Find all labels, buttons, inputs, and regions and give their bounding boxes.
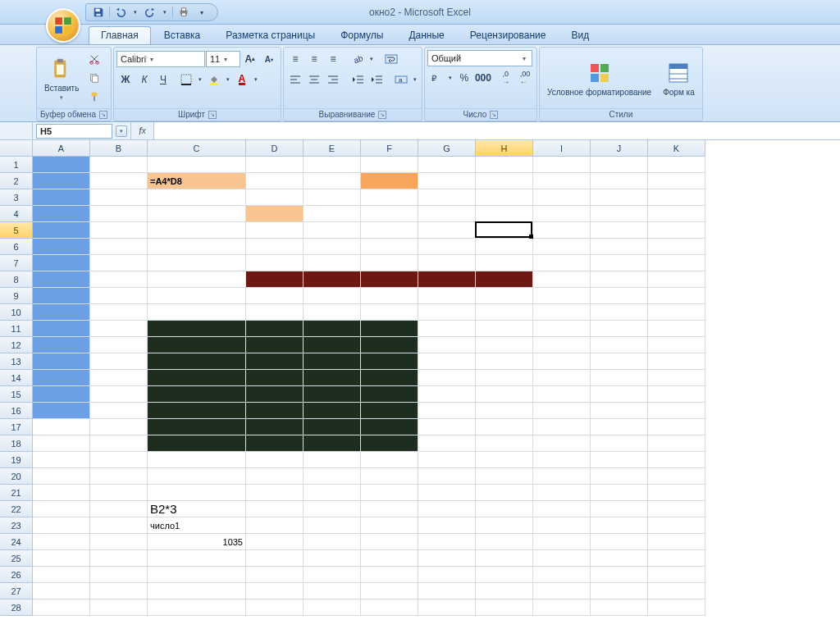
- paste-button[interactable]: Вставить ▾: [39, 50, 84, 106]
- cell[interactable]: [418, 599, 476, 616]
- cell[interactable]: [418, 321, 476, 337]
- cell[interactable]: [361, 534, 418, 550]
- cell[interactable]: [418, 173, 476, 189]
- row-header[interactable]: 5: [0, 222, 33, 239]
- cell[interactable]: [246, 599, 304, 616]
- row-header[interactable]: 10: [0, 304, 33, 321]
- cell[interactable]: [591, 419, 648, 435]
- font-launcher-icon[interactable]: ↘: [208, 111, 217, 119]
- cell[interactable]: [591, 485, 648, 501]
- cell[interactable]: [418, 419, 476, 435]
- cell[interactable]: [246, 271, 304, 288]
- cell[interactable]: [148, 419, 246, 435]
- cell[interactable]: [90, 337, 148, 353]
- cell[interactable]: [246, 157, 304, 173]
- cell[interactable]: [476, 517, 533, 534]
- cell[interactable]: [533, 353, 591, 370]
- cell[interactable]: [361, 583, 418, 599]
- cell[interactable]: [533, 386, 591, 403]
- cell[interactable]: [361, 255, 418, 271]
- cell[interactable]: [361, 435, 418, 452]
- cell[interactable]: [591, 288, 648, 304]
- cell[interactable]: [418, 517, 476, 534]
- cell[interactable]: [648, 517, 705, 534]
- merge-center-icon[interactable]: a: [392, 71, 410, 89]
- cell[interactable]: [33, 157, 90, 173]
- align-left-icon[interactable]: [286, 71, 304, 89]
- row-header[interactable]: 7: [0, 255, 33, 271]
- cell[interactable]: [591, 304, 648, 321]
- cell[interactable]: [361, 452, 418, 468]
- cell[interactable]: [418, 353, 476, 370]
- cell[interactable]: [304, 567, 361, 583]
- cell[interactable]: [476, 370, 533, 386]
- cell[interactable]: [648, 534, 705, 550]
- row-header[interactable]: 24: [0, 534, 33, 550]
- cell[interactable]: [304, 501, 361, 517]
- redo-dropdown-icon[interactable]: ▾: [161, 5, 169, 20]
- row-header[interactable]: 26: [0, 567, 33, 583]
- cell[interactable]: [533, 468, 591, 485]
- cell[interactable]: [246, 337, 304, 353]
- cell[interactable]: [304, 599, 361, 616]
- cell[interactable]: [90, 435, 148, 452]
- percent-icon[interactable]: %: [455, 69, 473, 87]
- row-header[interactable]: 4: [0, 206, 33, 222]
- cell[interactable]: [361, 403, 418, 419]
- italic-button[interactable]: К: [135, 71, 153, 89]
- cell[interactable]: [533, 255, 591, 271]
- row-header[interactable]: 3: [0, 189, 33, 206]
- cell[interactable]: [246, 567, 304, 583]
- cell[interactable]: [591, 157, 648, 173]
- cell[interactable]: [361, 353, 418, 370]
- cell[interactable]: [90, 222, 148, 239]
- cell[interactable]: число1: [148, 517, 246, 534]
- increase-font-icon[interactable]: A▴: [241, 50, 259, 68]
- align-right-icon[interactable]: [324, 71, 342, 89]
- cell[interactable]: [148, 157, 246, 173]
- increase-decimal-icon[interactable]: ,0→: [497, 69, 515, 87]
- cell[interactable]: [648, 157, 705, 173]
- cell[interactable]: [476, 435, 533, 452]
- cell[interactable]: [33, 288, 90, 304]
- cell[interactable]: [246, 304, 304, 321]
- undo-dropdown-icon[interactable]: ▾: [131, 5, 139, 20]
- cell[interactable]: [33, 403, 90, 419]
- cell[interactable]: [533, 403, 591, 419]
- cell[interactable]: [533, 370, 591, 386]
- cell[interactable]: [246, 534, 304, 550]
- column-header[interactable]: I: [533, 140, 591, 157]
- cell[interactable]: [304, 353, 361, 370]
- cell[interactable]: [533, 485, 591, 501]
- cell[interactable]: [304, 321, 361, 337]
- cell[interactable]: [304, 288, 361, 304]
- row-header[interactable]: 12: [0, 337, 33, 353]
- underline-button[interactable]: Ч: [154, 71, 172, 89]
- row-header[interactable]: 11: [0, 321, 33, 337]
- cell[interactable]: [476, 599, 533, 616]
- cell[interactable]: [648, 189, 705, 206]
- cell[interactable]: [90, 321, 148, 337]
- cell[interactable]: [648, 222, 705, 239]
- cell[interactable]: [361, 271, 418, 288]
- row-header[interactable]: 16: [0, 403, 33, 419]
- cell[interactable]: [148, 288, 246, 304]
- cell[interactable]: 1035: [148, 534, 246, 550]
- cell[interactable]: [533, 173, 591, 189]
- tab-формулы[interactable]: Формулы: [328, 26, 395, 44]
- cell[interactable]: [246, 550, 304, 567]
- cell[interactable]: [476, 485, 533, 501]
- cell[interactable]: [148, 353, 246, 370]
- cell[interactable]: [90, 370, 148, 386]
- cell[interactable]: [148, 222, 246, 239]
- cell[interactable]: [148, 485, 246, 501]
- cell[interactable]: [648, 271, 705, 288]
- cell[interactable]: [533, 189, 591, 206]
- cell[interactable]: [418, 222, 476, 239]
- cell[interactable]: [90, 468, 148, 485]
- column-header[interactable]: B: [90, 140, 148, 157]
- row-header[interactable]: 20: [0, 468, 33, 485]
- cell[interactable]: [648, 583, 705, 599]
- cell[interactable]: [90, 501, 148, 517]
- column-header[interactable]: E: [304, 140, 361, 157]
